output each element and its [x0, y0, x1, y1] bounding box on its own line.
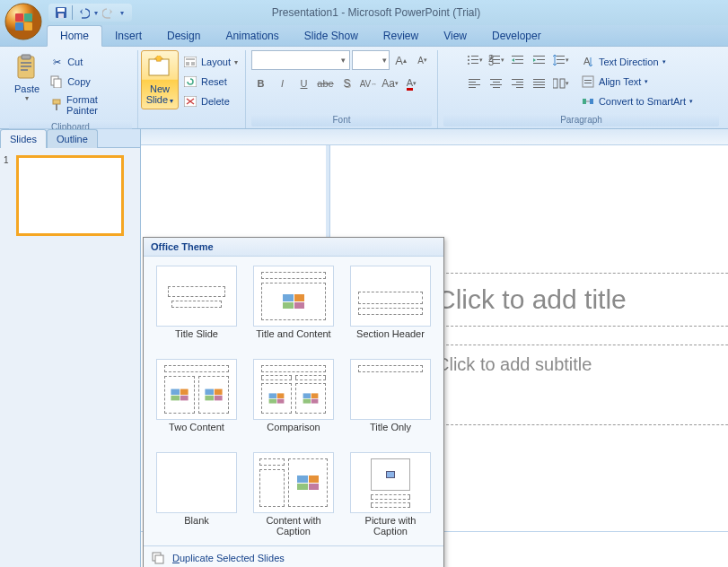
svg-rect-57	[533, 79, 545, 80]
reset-button[interactable]: Reset	[179, 72, 242, 92]
align-text-icon	[581, 74, 595, 89]
layout-button[interactable]: Layout ▾	[179, 52, 242, 72]
svg-point-0	[5, 4, 41, 39]
svg-rect-47	[469, 84, 480, 85]
group-font: ▾ ▾ A▴ A▾ B I U abe S AV↔ Aa▾ A▾ Font	[246, 50, 438, 128]
paste-button[interactable]: Paste ▾	[9, 50, 45, 105]
svg-rect-49	[490, 79, 502, 80]
font-color-button[interactable]: A▾	[402, 74, 422, 93]
shadow-button[interactable]: S	[338, 74, 357, 93]
cut-button[interactable]: ✂Cut	[45, 52, 132, 72]
numbering-button[interactable]: 123▾	[487, 50, 506, 70]
increase-indent-button[interactable]	[530, 50, 549, 70]
bullets-button[interactable]: ▾	[465, 50, 485, 70]
change-case-button[interactable]: Aa▾	[381, 74, 400, 93]
layout-title-content[interactable]: Title and Content	[250, 264, 338, 352]
svg-rect-14	[54, 79, 61, 88]
office-button[interactable]	[4, 2, 43, 41]
svg-rect-65	[584, 80, 592, 81]
subtitle-placeholder[interactable]: Click to add subtitle	[419, 345, 728, 425]
svg-rect-67	[583, 99, 586, 104]
layout-title-only[interactable]: Title Only	[346, 357, 434, 445]
format-painter-button[interactable]: Format Painter	[45, 92, 132, 118]
tab-slide-show[interactable]: Slide Show	[292, 26, 371, 46]
layout-picture-caption[interactable]: Picture with Caption	[346, 450, 434, 538]
qat-menu-icon[interactable]: ▾	[118, 5, 127, 20]
layout-title-slide[interactable]: Title Slide	[153, 264, 241, 352]
new-slide-icon	[145, 53, 174, 82]
char-spacing-button[interactable]: AV↔	[359, 74, 379, 93]
tab-view[interactable]: View	[431, 26, 479, 46]
text-direction-button[interactable]: AText Direction ▾	[576, 52, 697, 72]
align-text-button[interactable]: Align Text ▾	[576, 72, 697, 92]
svg-rect-11	[21, 65, 31, 67]
layout-gallery: Title Slide Title and Content Section He…	[144, 257, 443, 545]
new-slide-button[interactable]: New Slide	[141, 50, 179, 109]
tab-design[interactable]: Design	[154, 26, 213, 46]
svg-rect-25	[471, 56, 478, 57]
delete-button[interactable]: Delete	[179, 92, 242, 111]
thumbnail-item[interactable]: 1	[4, 155, 136, 236]
undo-dropdown-icon[interactable]: ▾	[92, 5, 100, 20]
copy-icon	[49, 74, 64, 89]
redo-icon[interactable]	[101, 5, 116, 20]
svg-rect-16	[56, 104, 57, 110]
layout-content-caption[interactable]: Content with Caption	[250, 450, 338, 538]
title-placeholder[interactable]: Click to add title	[419, 273, 728, 327]
svg-rect-15	[53, 100, 60, 104]
layout-comparison[interactable]: Comparison	[250, 357, 338, 445]
svg-rect-19	[186, 58, 195, 60]
layout-section-header[interactable]: Section Header	[346, 264, 434, 352]
svg-point-26	[468, 59, 469, 61]
justify-button[interactable]	[530, 74, 549, 93]
columns-button[interactable]: ▾	[551, 74, 571, 93]
group-label-paragraph: Paragraph	[443, 113, 719, 126]
italic-button[interactable]: I	[273, 74, 293, 93]
layout-two-content[interactable]: Two Content	[153, 357, 241, 445]
font-family-select[interactable]: ▾	[251, 50, 350, 70]
grow-font-button[interactable]: A▴	[391, 50, 411, 70]
tab-insert[interactable]: Insert	[102, 26, 154, 46]
svg-rect-68	[590, 99, 593, 104]
clipboard-icon	[13, 53, 41, 82]
save-icon[interactable]	[54, 5, 68, 20]
convert-smartart-button[interactable]: Convert to SmartArt ▾	[576, 92, 697, 111]
svg-rect-43	[557, 59, 565, 60]
cmd-duplicate-slides[interactable]: Duplicate Selected Slides	[144, 546, 443, 567]
svg-rect-60	[533, 87, 545, 88]
tab-review[interactable]: Review	[371, 26, 431, 46]
strikethrough-button[interactable]: abe	[316, 74, 336, 93]
font-size-select[interactable]: ▾	[352, 50, 390, 70]
svg-rect-51	[490, 84, 502, 85]
title-bar: ▾ ▾ Presentation1 - Microsoft PowerPoint…	[0, 0, 728, 25]
svg-rect-54	[516, 82, 523, 83]
text-direction-icon: A	[581, 55, 595, 69]
svg-rect-42	[557, 56, 565, 57]
tab-developer[interactable]: Developer	[479, 26, 554, 46]
svg-rect-46	[469, 82, 476, 83]
tab-animations[interactable]: Animations	[213, 26, 291, 46]
svg-rect-1	[15, 13, 23, 22]
bold-button[interactable]: B	[251, 74, 271, 93]
panel-tab-slides[interactable]: Slides	[0, 129, 47, 148]
align-center-button[interactable]	[487, 74, 506, 93]
reset-icon	[183, 74, 197, 89]
tab-home[interactable]: Home	[47, 25, 102, 47]
ribbon-tabs: Home Insert Design Animations Slide Show…	[0, 25, 728, 47]
shrink-font-button[interactable]: A▾	[413, 50, 433, 70]
underline-button[interactable]: U	[294, 74, 314, 93]
thumbnail-preview[interactable]	[16, 155, 124, 236]
new-slide-dropdown: Office Theme Title Slide Title and Conte…	[143, 237, 444, 567]
svg-rect-70	[155, 555, 163, 563]
panel-tab-outline[interactable]: Outline	[47, 129, 98, 148]
copy-button[interactable]: Copy	[45, 72, 132, 92]
svg-rect-52	[493, 87, 500, 88]
align-left-button[interactable]	[465, 74, 485, 93]
line-spacing-button[interactable]: ▾	[551, 50, 571, 70]
undo-icon[interactable]	[76, 5, 91, 20]
decrease-indent-button[interactable]	[508, 50, 528, 70]
align-right-button[interactable]	[508, 74, 528, 93]
svg-rect-62	[560, 79, 565, 88]
layout-blank[interactable]: Blank	[153, 450, 241, 538]
svg-rect-20	[186, 62, 189, 65]
